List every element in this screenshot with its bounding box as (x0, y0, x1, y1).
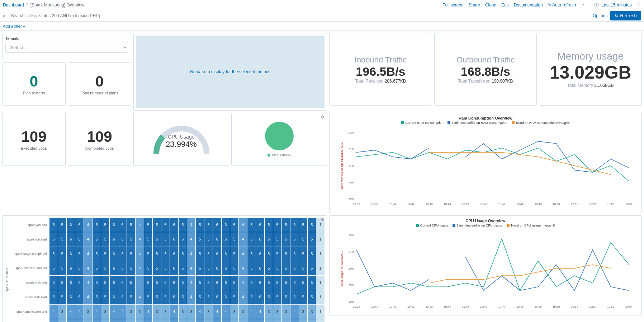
svg-text:38%: 38% (349, 234, 354, 237)
svg-text:10:46: 10:46 (480, 305, 488, 308)
gear-icon[interactable]: ⚙ (321, 217, 325, 222)
svg-text:10:51: 10:51 (571, 202, 578, 206)
svg-text:10:40: 10:40 (371, 305, 379, 308)
tenants-select[interactable]: Select... (5, 42, 128, 53)
svg-text:10:54: 10:54 (625, 202, 633, 206)
svg-text:10:39: 10:39 (353, 305, 360, 308)
tenants-label: Tenants (5, 36, 128, 41)
full-screen-button[interactable]: Full screen (442, 3, 464, 8)
documentation-button[interactable]: Documentation (514, 3, 543, 8)
svg-text:10:48: 10:48 (516, 202, 524, 206)
svg-text:10:43: 10:43 (426, 305, 433, 308)
svg-text:61%: 61% (349, 148, 354, 151)
svg-text:59%: 59% (349, 197, 354, 201)
plan-restarts-metric: 0 Plan restarts (2, 62, 66, 106)
svg-text:10:51: 10:51 (571, 305, 578, 308)
svg-text:10:49: 10:49 (535, 305, 542, 308)
svg-text:CPU Usage PERCENTAGE: CPU Usage PERCENTAGE (340, 251, 344, 286)
outbound-traffic-metric: Outbound Traffic 168.8B/s Total Transfer… (434, 33, 537, 106)
svg-text:10:49: 10:49 (535, 202, 542, 206)
breadcrumb: Dashboard / [Spark Monitoring] Overview (3, 3, 84, 8)
svg-text:10:52: 10:52 (589, 305, 597, 308)
search-input[interactable] (11, 13, 590, 18)
search-options-button[interactable]: Options (593, 13, 607, 18)
svg-text:10:54: 10:54 (625, 305, 633, 308)
share-button[interactable]: Share (469, 3, 480, 8)
svg-text:10:50: 10:50 (553, 305, 560, 308)
cpu-usage-gauge: CPU Usage 23.994% (133, 113, 229, 166)
svg-text:20%: 20% (349, 300, 354, 303)
svg-text:10:47: 10:47 (498, 305, 506, 308)
svg-text:61%: 61% (349, 164, 354, 168)
time-next-icon[interactable]: › (637, 3, 641, 8)
svg-text:10:45: 10:45 (462, 305, 469, 308)
svg-text:10:44: 10:44 (444, 202, 451, 206)
total-plans-metric: 0 Total number of plans (68, 62, 131, 106)
clone-button[interactable]: Clone (485, 3, 496, 8)
refresh-button[interactable]: ↻ Refresh (610, 11, 641, 20)
memory-usage-metric: Memory usage 13.029GB Total Memory 31.05… (539, 33, 642, 106)
client-pie-chart: ⚙ client (100%) (231, 113, 327, 166)
svg-text:10:42: 10:42 (407, 202, 415, 206)
svg-text:10:47: 10:47 (498, 202, 506, 206)
time-range-picker[interactable]: 🕒 Last 15 minutes (590, 3, 632, 8)
svg-text:10:52: 10:52 (589, 202, 597, 206)
svg-text:10:45: 10:45 (462, 202, 469, 206)
spark-jobs-heatmap: ⚙ Spark Jobs State spark.job.end55664556… (2, 215, 327, 322)
svg-text:10:53: 10:53 (607, 305, 615, 308)
svg-text:29%: 29% (349, 267, 354, 270)
inbound-traffic-metric: Inbound Traffic 196.5B/s Total Received … (329, 33, 432, 106)
nodata-panel: No data to display for the selected metr… (133, 33, 327, 111)
gear-icon[interactable]: ⚙ (321, 115, 325, 120)
edit-button[interactable]: Edit (501, 3, 509, 8)
executed-jobs-metric: 109 Executed Jobs (2, 113, 66, 166)
svg-text:10:44: 10:44 (444, 305, 451, 308)
svg-text:10:42: 10:42 (407, 305, 415, 308)
auto-refresh-toggle[interactable]: ↻ Auto-refresh (548, 3, 576, 8)
svg-text:10:41: 10:41 (389, 202, 397, 206)
svg-text:62%: 62% (349, 131, 354, 134)
breadcrumb-root[interactable]: Dashboard (3, 3, 24, 8)
tenants-panel: Tenants Select... (2, 33, 131, 60)
svg-text:60%: 60% (349, 181, 354, 184)
ram-chart: Ram Consumption Overview Current RAM con… (329, 113, 642, 213)
search-prompt-icon: >_ (3, 13, 8, 18)
svg-text:10:46: 10:46 (480, 202, 488, 206)
svg-text:10:43: 10:43 (426, 202, 433, 206)
svg-text:10:50: 10:50 (553, 202, 560, 206)
svg-text:10:40: 10:40 (371, 202, 379, 206)
svg-text:34%: 34% (349, 250, 354, 253)
completed-jobs-metric: 109 Completed Jobs (68, 113, 131, 166)
cpu-chart: CPU Usage Overview Current CPU usage5 mi… (329, 215, 642, 316)
svg-text:25%: 25% (349, 284, 354, 287)
svg-text:10:41: 10:41 (389, 305, 397, 308)
svg-text:10:53: 10:53 (607, 202, 615, 206)
breadcrumb-current: [Spark Monitoring] Overview (30, 3, 85, 8)
add-filter-button[interactable]: Add a filter + (3, 24, 25, 28)
svg-text:10:39: 10:39 (353, 202, 360, 206)
svg-text:Ram Memory Usage PERCENTAGE: Ram Memory Usage PERCENTAGE (340, 142, 344, 189)
time-prev-icon[interactable]: ‹ (581, 3, 585, 8)
svg-text:10:48: 10:48 (516, 305, 524, 308)
